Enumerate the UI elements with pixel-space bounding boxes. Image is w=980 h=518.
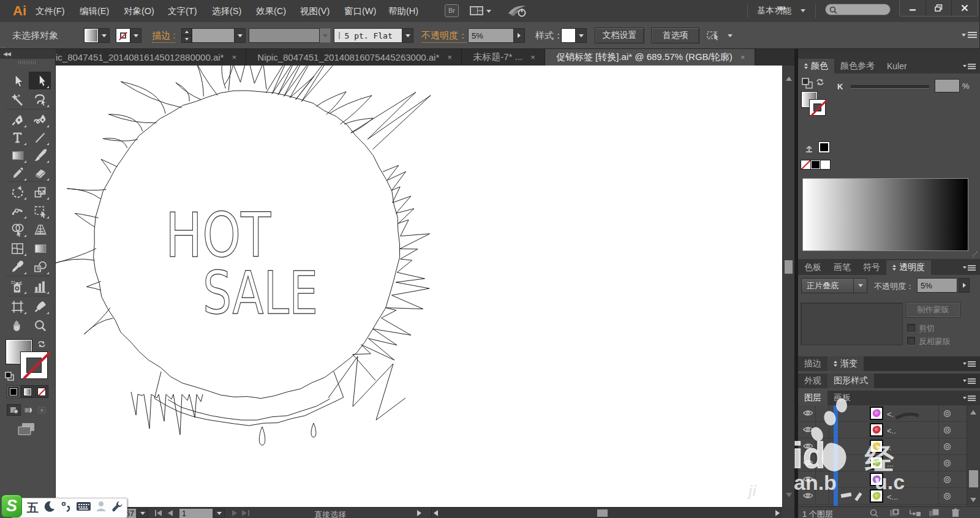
stroke-proxy[interactable] — [20, 351, 48, 379]
scroll-up-icon[interactable] — [970, 410, 976, 415]
minimize-button[interactable] — [900, 0, 926, 16]
new-sublayer-icon[interactable] — [909, 508, 921, 517]
gradient-tool[interactable] — [29, 239, 51, 257]
stroke-panel-link[interactable]: 描边 : — [152, 30, 175, 43]
style-swatch[interactable] — [561, 28, 576, 43]
layer-row[interactable]: ... — [798, 455, 980, 471]
white-swatch[interactable] — [820, 160, 831, 170]
tab-gradient[interactable]: 渐变 — [827, 356, 864, 371]
menu-help[interactable]: 帮助(H) — [388, 6, 432, 17]
layer-thumbnail[interactable] — [870, 489, 883, 503]
first-artboard-icon[interactable] — [154, 510, 162, 516]
stroke-width-field[interactable] — [192, 28, 235, 43]
previous-artboard-icon[interactable] — [167, 510, 173, 516]
target-circle-icon[interactable] — [943, 426, 951, 434]
panel-resize-grip[interactable] — [972, 251, 978, 257]
tab-close-icon[interactable]: × — [447, 53, 452, 62]
brush-definition-field[interactable]: 5 pt. Flat — [334, 28, 402, 43]
layer-thumbnail[interactable] — [870, 423, 883, 437]
vertical-scrollbar[interactable] — [782, 66, 794, 507]
panel-menu-icon[interactable] — [963, 63, 976, 70]
hand-tool[interactable] — [6, 317, 28, 334]
blend-mode-dropdown[interactable]: 正片叠底 — [801, 278, 867, 293]
last-color-icon[interactable] — [804, 143, 815, 154]
scroll-down-icon[interactable] — [786, 493, 792, 497]
direct-selection-tool[interactable] — [29, 72, 51, 89]
stroke-color-swatch[interactable] — [116, 28, 130, 43]
panel-menu-icon[interactable] — [963, 361, 976, 367]
k-value-field[interactable] — [935, 79, 960, 92]
layer-thumbnail[interactable] — [870, 456, 883, 470]
free-transform-tool[interactable] — [29, 202, 51, 220]
tools-panel-header[interactable]: ◀◀ — [0, 49, 56, 59]
scroll-up-icon[interactable] — [786, 77, 792, 81]
zoom-dropdown[interactable] — [137, 509, 148, 518]
tab-close-icon[interactable]: × — [232, 53, 236, 62]
stepper-up[interactable] — [181, 28, 192, 36]
layer-row[interactable]: .. — [798, 438, 980, 455]
vertical-scroll-thumb[interactable] — [785, 260, 793, 274]
artboard-dropdown[interactable] — [214, 509, 225, 518]
visibility-eye-icon[interactable] — [803, 409, 813, 417]
invert-mask-checkbox[interactable] — [907, 337, 915, 345]
tab-brushes[interactable]: 画笔 — [827, 260, 857, 275]
menu-select[interactable]: 选择(S) — [212, 6, 256, 17]
panel-menu-icon[interactable] — [963, 378, 976, 385]
symbol-sprayer-tool[interactable] — [6, 277, 28, 295]
status-expander-icon[interactable] — [416, 509, 422, 517]
target-circle-icon[interactable] — [943, 459, 951, 467]
target-circle-icon[interactable] — [943, 443, 951, 451]
line-segment-tool[interactable] — [29, 129, 51, 146]
menu-file[interactable]: 文件(F) — [36, 6, 80, 17]
new-layer-icon[interactable] — [929, 508, 940, 517]
document-setup-button[interactable]: 文档设置 — [595, 28, 644, 43]
curvature-pen-tool[interactable] — [29, 111, 51, 129]
eraser-tool[interactable] — [29, 164, 51, 182]
panel-menu-icon[interactable] — [962, 31, 978, 39]
opacity-field[interactable]: 5% — [468, 28, 514, 43]
target-circle-icon[interactable] — [943, 476, 951, 484]
layers-scroll-thumb[interactable] — [969, 470, 978, 487]
bridge-button[interactable]: Br — [445, 4, 459, 17]
rectangle-tool[interactable] — [6, 146, 28, 164]
workspace-switcher[interactable]: 基本功能 — [757, 6, 791, 17]
draw-behind-button[interactable] — [21, 404, 35, 416]
artboard-tool[interactable] — [6, 298, 28, 315]
style-dropdown[interactable] — [576, 28, 587, 43]
type-tool[interactable] — [6, 129, 28, 146]
search-input[interactable] — [825, 4, 891, 15]
tab-layers[interactable]: 图层 — [798, 391, 827, 405]
opacity-spinner[interactable] — [514, 28, 525, 43]
stroke-width-dropdown[interactable] — [235, 28, 246, 43]
width-tool[interactable] — [6, 202, 28, 220]
visibility-eye-icon[interactable] — [803, 492, 813, 500]
screen-mode-button[interactable] — [16, 421, 39, 437]
ime-keyboard-icon[interactable] — [76, 500, 92, 513]
close-button[interactable] — [952, 0, 978, 16]
layer-row[interactable]: <.. — [798, 422, 980, 438]
tab-symbols[interactable]: 符号 — [857, 260, 886, 275]
ime-moon-icon[interactable] — [43, 500, 56, 513]
tab-color-guide[interactable]: 颜色参考 — [834, 59, 881, 73]
menu-effect[interactable]: 效果(C) — [256, 6, 300, 17]
tab-close-icon[interactable]: × — [530, 53, 535, 62]
cs-live-icon[interactable] — [507, 4, 529, 18]
delete-layer-icon[interactable] — [951, 508, 960, 517]
rotate-tool[interactable] — [6, 183, 28, 201]
scroll-right-icon[interactable] — [775, 510, 780, 516]
tool-status[interactable]: 直接选择 — [314, 509, 346, 518]
fill-color-dropdown[interactable] — [99, 28, 110, 43]
clip-checkbox[interactable] — [907, 324, 915, 332]
panel-menu-icon[interactable] — [963, 265, 976, 271]
pencil-tool[interactable] — [6, 164, 28, 182]
restore-button[interactable] — [926, 0, 952, 16]
stepper-down[interactable] — [181, 36, 192, 43]
stroke-width-stepper[interactable] — [181, 28, 192, 43]
gradient-mode-button[interactable] — [21, 385, 34, 398]
tab-graphic-styles[interactable]: 图形样式 — [827, 373, 874, 388]
select-similar-icon[interactable] — [706, 29, 725, 42]
perspective-grid-tool[interactable] — [29, 220, 51, 238]
sogou-logo[interactable]: S — [1, 495, 22, 517]
locate-object-icon[interactable] — [869, 508, 880, 517]
artwork-hot-sale[interactable]: HOT SALE — [56, 66, 782, 507]
